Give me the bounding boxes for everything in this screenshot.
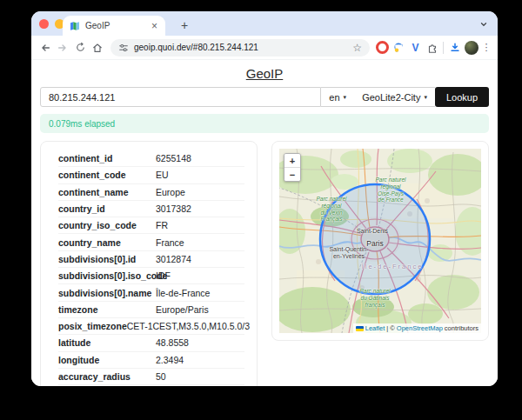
database-select[interactable]: GeoLite2-City ▾ [354,87,435,107]
downloads-icon[interactable] [446,39,463,57]
table-row: posix_timezoneCET-1CEST,M3.5.0,M10.5.0/3 [58,318,244,335]
table-row: subdivisions[0].iso_codeIDF [58,268,244,284]
toolbar-divider [443,42,444,54]
back-icon[interactable] [37,38,54,57]
field-value: France [156,237,244,248]
chevron-down-icon: ▾ [424,94,427,101]
table-row: subdivisions[0].nameÎle-de-France [58,284,244,301]
browser-menu-icon[interactable]: ⋮ [480,42,492,53]
chevron-down-icon: ▾ [344,94,347,101]
map-label: Parc naturel du Gâtinais français [359,288,390,308]
field-value: 48.8558 [156,337,244,348]
table-row: accuracy_radius50 [58,369,244,385]
field-key: accuracy_radius [58,371,156,382]
extension-red-o-icon[interactable] [374,39,391,57]
tab-title: GeoIP [85,21,151,30]
field-value: CET-1CEST,M3.5.0,M10.5.0/3 [127,321,250,331]
page-content: GeoIP en ▾ GeoLite2-City ▾ Lookup 0.079m… [31,60,498,386]
zoom-in-button[interactable]: + [284,154,300,167]
field-value: 50 [156,371,244,382]
map-zoom-control: + − [284,153,301,182]
close-window-button[interactable] [39,19,49,29]
field-value: 6255148 [156,153,244,163]
map-label: Parc naturel régional du Vexin Français [316,196,346,223]
field-key: subdivisions[0].name [58,288,156,298]
field-key: latitude [58,337,156,348]
ukraine-flag-icon [356,326,364,331]
field-key: country_id [58,203,156,214]
lookup-button[interactable]: Lookup [435,87,489,107]
field-value: Île-de-France [156,288,244,298]
field-value: Europe [156,187,244,197]
field-key: longitude [58,355,156,365]
home-icon[interactable] [89,38,106,57]
address-bar[interactable]: geoip.quoi.dev/#80.215.244.121 ☆ [110,39,370,57]
field-value: EU [156,170,244,180]
leaflet-link[interactable]: Leaflet [365,324,385,332]
map-label: Saint-Denis [357,228,388,235]
ip-address-input[interactable] [40,87,321,107]
field-key: continent_name [58,187,156,197]
language-select[interactable]: en ▾ [321,87,354,107]
field-key: continent_code [58,170,156,180]
map-panel: Saint-DenisParisSaint-Quentin- en-Yvelin… [271,141,489,341]
field-key: timezone [58,304,156,315]
table-row: latitude48.8558 [58,335,244,351]
table-row: subdivisions[0].id3012874 [58,251,244,268]
field-key: continent_id [58,153,156,163]
results-table: continent_id6255148continent_codeEUconti… [40,141,258,386]
url-text[interactable]: geoip.quoi.dev/#80.215.244.121 [134,43,347,52]
osm-link[interactable]: OpenStreetMap [397,324,443,332]
table-row: country_nameFrance [58,234,244,250]
field-key: subdivisions[0].iso_code [58,270,156,281]
page-title-link[interactable]: GeoIP [246,66,284,81]
tab-strip: GeoIP × + [31,11,498,36]
tab-search-chevron-icon[interactable] [477,17,490,30]
extension-blue-drop-icon[interactable] [391,39,407,57]
bookmark-star-icon[interactable]: ☆ [352,42,362,54]
field-key: subdivisions[0].id [58,254,156,264]
profile-avatar[interactable] [465,41,478,55]
table-row: continent_id6255148 [58,150,244,167]
favicon-map-icon [70,21,80,31]
lookup-form: en ▾ GeoLite2-City ▾ Lookup [40,87,489,107]
browser-window: GeoIP × + geoip.quoi.dev/ [31,11,498,386]
table-row: longitude2.3494 [58,352,244,369]
leaflet-map[interactable]: Saint-DenisParisSaint-Quentin- en-Yvelin… [279,149,481,333]
table-row: continent_codeEU [58,167,244,183]
extension-vimium-icon[interactable]: V [407,39,424,57]
table-row: is_in_european_uniontrue [58,385,244,386]
map-labels: Saint-DenisParisSaint-Quentin- en-Yvelin… [279,149,481,333]
map-label: Paris [366,239,383,248]
extensions-puzzle-icon[interactable] [424,39,440,57]
field-key: country_name [58,237,156,248]
table-row: continent_nameEurope [58,184,244,201]
field-value: 3012874 [156,254,244,264]
forward-icon[interactable] [54,38,71,57]
field-value: 2.3494 [156,355,244,365]
table-row: country_iso_codeFR [58,217,244,234]
field-value: IDF [156,270,244,281]
map-label: Saint-Quentin- en-Yvelines [329,246,368,261]
field-key: country_iso_code [58,220,156,230]
map-label: Parc naturel régional Oise-Pays de Franc… [375,177,405,203]
new-tab-button[interactable]: + [176,17,193,34]
map-attribution: Leaflet | © OpenStreetMap contributors [353,323,481,333]
field-value: FR [156,220,244,230]
table-row: timezoneEurope/Paris [58,302,244,318]
map-label: Île-de-France [362,263,424,270]
field-value: 3017382 [156,203,244,214]
close-tab-icon[interactable]: × [151,21,158,31]
site-settings-icon[interactable] [118,43,129,53]
status-message: 0.079ms elapsed [40,114,489,133]
zoom-out-button[interactable]: − [284,167,300,181]
browser-tab[interactable]: GeoIP × [63,16,165,36]
reload-icon[interactable] [71,38,89,57]
browser-toolbar: geoip.quoi.dev/#80.215.244.121 ☆ V ⋮ [31,36,498,60]
field-key: posix_timezone [58,321,127,331]
field-value: Europe/Paris [156,304,244,315]
table-row: country_id3017382 [58,201,244,217]
